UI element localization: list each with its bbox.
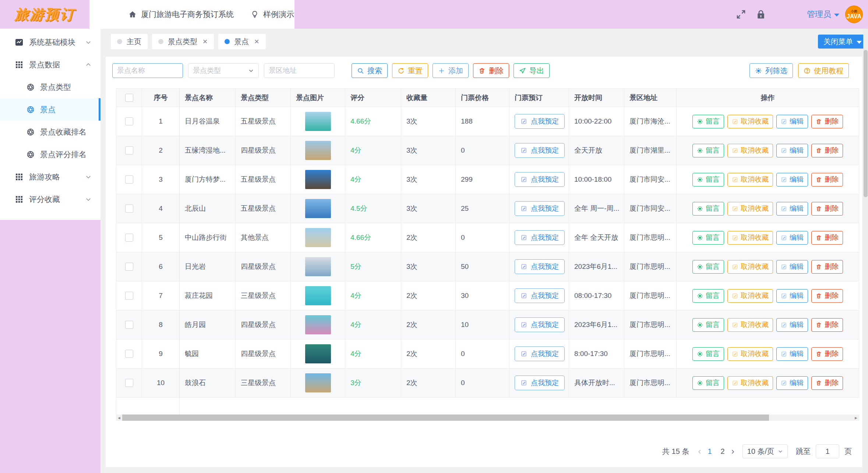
留言-button[interactable]: 留言 bbox=[692, 347, 724, 361]
使用教程-button[interactable]: 使用教程 bbox=[798, 63, 849, 78]
book-button[interactable]: 点我预定 bbox=[515, 172, 565, 187]
fullscreen-icon[interactable] bbox=[735, 9, 747, 20]
book-button[interactable]: 点我预定 bbox=[515, 230, 565, 245]
row-checkbox[interactable] bbox=[125, 205, 133, 213]
scenic-type-select[interactable]: 景点类型 bbox=[188, 63, 259, 78]
取消收藏-button[interactable]: 取消收藏 bbox=[727, 231, 773, 245]
row-checkbox[interactable] bbox=[125, 321, 133, 329]
取消收藏-button[interactable]: 取消收藏 bbox=[727, 260, 773, 274]
row-checkbox[interactable] bbox=[125, 379, 133, 387]
取消收藏-button[interactable]: 取消收藏 bbox=[727, 115, 773, 128]
留言-button[interactable]: 留言 bbox=[692, 144, 724, 157]
row-checkbox[interactable] bbox=[125, 117, 133, 125]
留言-button[interactable]: 留言 bbox=[692, 115, 724, 128]
tab-景点类型[interactable]: 景点类型 ✕ bbox=[152, 34, 214, 49]
horizontal-scrollbar-thumb[interactable] bbox=[122, 415, 769, 421]
删除-button[interactable]: 删除 bbox=[811, 115, 843, 128]
删除-button[interactable]: 删除 bbox=[811, 347, 843, 361]
row-checkbox[interactable] bbox=[125, 146, 133, 154]
sidebar-item-1-0[interactable]: 景点类型 bbox=[0, 76, 100, 98]
取消收藏-button[interactable]: 取消收藏 bbox=[727, 376, 773, 390]
删除-button[interactable]: 删除 bbox=[811, 318, 843, 332]
编辑-button[interactable]: 编辑 bbox=[776, 318, 808, 332]
删除-button[interactable]: 删除 bbox=[811, 173, 843, 186]
编辑-button[interactable]: 编辑 bbox=[776, 173, 808, 186]
scroll-left-icon[interactable]: ◄ bbox=[116, 415, 122, 421]
编辑-button[interactable]: 编辑 bbox=[776, 144, 808, 157]
留言-button[interactable]: 留言 bbox=[692, 202, 724, 216]
book-button[interactable]: 点我预定 bbox=[515, 288, 565, 303]
删除-button[interactable]: 删除 bbox=[473, 63, 509, 78]
tab-景点[interactable]: 景点 ✕ bbox=[218, 34, 265, 49]
取消收藏-button[interactable]: 取消收藏 bbox=[727, 318, 773, 332]
留言-button[interactable]: 留言 bbox=[692, 376, 724, 390]
page-number-1[interactable]: 1 bbox=[706, 447, 713, 456]
close-menu-button[interactable]: 关闭菜单 bbox=[818, 35, 867, 49]
sidebar-group-3[interactable]: 评分收藏 bbox=[0, 188, 100, 210]
admin-dropdown[interactable]: 管理员 bbox=[807, 9, 839, 20]
row-checkbox[interactable] bbox=[125, 175, 133, 184]
book-button[interactable]: 点我预定 bbox=[515, 143, 565, 158]
留言-button[interactable]: 留言 bbox=[692, 231, 724, 245]
row-checkbox[interactable] bbox=[125, 350, 133, 358]
page-number-2[interactable]: 2 bbox=[719, 447, 726, 456]
book-button[interactable]: 点我预定 bbox=[515, 317, 565, 332]
close-icon[interactable]: ✕ bbox=[202, 38, 208, 46]
page-size-select[interactable]: 10 条/页 bbox=[742, 444, 788, 458]
next-page-icon[interactable]: › bbox=[731, 448, 734, 455]
horizontal-scrollbar[interactable]: ◄ ► bbox=[116, 415, 859, 421]
nav-item-demo[interactable]: 样例演示 bbox=[251, 9, 294, 19]
book-button[interactable]: 点我预定 bbox=[515, 114, 565, 129]
编辑-button[interactable]: 编辑 bbox=[776, 202, 808, 216]
sidebar-group-0[interactable]: 系统基础模块 bbox=[0, 31, 100, 53]
lock-icon[interactable] bbox=[755, 9, 766, 20]
取消收藏-button[interactable]: 取消收藏 bbox=[727, 144, 773, 157]
取消收藏-button[interactable]: 取消收藏 bbox=[727, 347, 773, 361]
jump-page-input[interactable] bbox=[816, 444, 839, 458]
编辑-button[interactable]: 编辑 bbox=[776, 231, 808, 245]
sidebar-group-2[interactable]: 旅游攻略 bbox=[0, 166, 100, 188]
导出-button[interactable]: 导出 bbox=[514, 63, 550, 78]
vertical-scrollbar-thumb[interactable] bbox=[864, 50, 868, 197]
book-button[interactable]: 点我预定 bbox=[515, 201, 565, 216]
删除-button[interactable]: 删除 bbox=[811, 289, 843, 303]
留言-button[interactable]: 留言 bbox=[692, 318, 724, 332]
添加-button[interactable]: 添加 bbox=[433, 63, 469, 78]
删除-button[interactable]: 删除 bbox=[811, 260, 843, 274]
删除-button[interactable]: 删除 bbox=[811, 376, 843, 390]
row-checkbox[interactable] bbox=[125, 292, 133, 300]
sidebar-item-1-3[interactable]: 景点评分排名 bbox=[0, 143, 100, 166]
取消收藏-button[interactable]: 取消收藏 bbox=[727, 173, 773, 186]
prev-page-icon[interactable]: ‹ bbox=[698, 448, 701, 455]
编辑-button[interactable]: 编辑 bbox=[776, 376, 808, 390]
编辑-button[interactable]: 编辑 bbox=[776, 115, 808, 128]
编辑-button[interactable]: 编辑 bbox=[776, 289, 808, 303]
avatar[interactable]: 小郑 JAVA bbox=[845, 6, 863, 23]
vertical-scrollbar[interactable] bbox=[863, 29, 868, 473]
scenic-address-input[interactable] bbox=[264, 63, 335, 78]
sidebar-item-1-2[interactable]: 景点收藏排名 bbox=[0, 121, 100, 143]
留言-button[interactable]: 留言 bbox=[692, 173, 724, 186]
book-button[interactable]: 点我预定 bbox=[515, 346, 565, 361]
row-checkbox[interactable] bbox=[125, 263, 133, 271]
book-button[interactable]: 点我预定 bbox=[515, 259, 565, 274]
编辑-button[interactable]: 编辑 bbox=[776, 260, 808, 274]
重置-button[interactable]: 重置 bbox=[392, 63, 428, 78]
取消收藏-button[interactable]: 取消收藏 bbox=[727, 289, 773, 303]
select-all-checkbox[interactable] bbox=[125, 94, 133, 102]
book-button[interactable]: 点我预定 bbox=[515, 376, 565, 390]
close-icon[interactable]: ✕ bbox=[253, 38, 259, 46]
搜索-button[interactable]: 搜索 bbox=[352, 63, 388, 78]
scroll-right-icon[interactable]: ► bbox=[853, 415, 859, 421]
取消收藏-button[interactable]: 取消收藏 bbox=[727, 202, 773, 216]
row-checkbox[interactable] bbox=[125, 234, 133, 242]
删除-button[interactable]: 删除 bbox=[811, 231, 843, 245]
留言-button[interactable]: 留言 bbox=[692, 260, 724, 274]
sidebar-group-1[interactable]: 景点数据 bbox=[0, 53, 100, 76]
tab-主页[interactable]: 主页 bbox=[111, 34, 148, 49]
留言-button[interactable]: 留言 bbox=[692, 289, 724, 303]
nav-item-system-title[interactable]: 厦门旅游电子商务预订系统 bbox=[128, 9, 234, 19]
列筛选-button[interactable]: 列筛选 bbox=[749, 63, 793, 78]
scenic-name-input[interactable] bbox=[112, 63, 183, 78]
sidebar-item-1-1[interactable]: 景点 bbox=[0, 98, 100, 121]
